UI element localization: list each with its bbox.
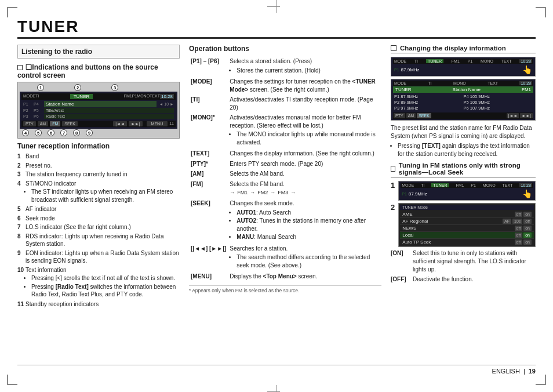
op-key-prevnext: [|◄◄] [►►|] [189, 244, 228, 272]
fm2-diag: FM2 [257, 189, 268, 196]
op-desc-seek: Changes the seek mode. AUTO1: Auto Searc… [228, 198, 381, 244]
fm-diagram: → FM1 → FM2 → FM3 → [230, 189, 380, 196]
page-number: 19 [529, 368, 536, 375]
op-desc-p1p6: Selects a stored station. (Press) Stores… [228, 56, 381, 77]
num-label-1: 1 [37, 84, 44, 91]
pty-btn: PTY [23, 121, 36, 126]
preset-row-2: P2 P5 Title/Artist [23, 108, 174, 113]
section1-title: Changing the display information [400, 45, 506, 52]
on-off-desc: [ON] Select this to tune in only to stat… [391, 249, 536, 284]
section-box: Listening to the radio [17, 45, 180, 59]
op-row-seek: [SEEK] Changes the seek mode. AUTO1: Aut… [189, 198, 381, 244]
on-item: [ON] Select this to tune in only to stat… [391, 249, 536, 274]
op-row-menu: [MENU] Displays the <Top Menu> screen. [189, 271, 381, 282]
step2-row: 2 TUNER Mode AME off on [391, 203, 536, 247]
corner-mark-br [536, 375, 546, 385]
num-label-2: 2 [74, 84, 81, 91]
corner-mark-tl [7, 7, 17, 17]
right-device1-screen: MODE TI TUNER FM1 P1 MONO TEXT 10:28 P1 … [391, 57, 536, 77]
corner-mark-bl [7, 375, 17, 385]
section2-header: Tuning in FM stations only with strong s… [391, 162, 536, 177]
footnote: * Appears only when FM is selected as th… [189, 285, 381, 293]
num-label-8: 8 [73, 129, 80, 136]
step1-num: 1 [391, 181, 395, 190]
am-btn: AM [38, 121, 49, 126]
op-key-menu: [MENU] [189, 271, 228, 282]
fm-btn: FM [50, 121, 60, 126]
reception-item-4: 4 ST/MONO indicator The ST indicator lig… [17, 180, 180, 205]
on-key: [ON] [391, 249, 413, 274]
step2-num: 2 [391, 203, 395, 212]
fm3-diag: FM3 [278, 189, 288, 196]
op-title: Operation buttons [189, 45, 381, 53]
ame-toggle: off on [515, 212, 532, 217]
op-desc-am: Selects the AM band. [228, 169, 381, 179]
arrow-num: ◄ 10 ► [159, 102, 174, 106]
op-key-am: [AM] [189, 169, 228, 179]
fm1-label: FM1 [124, 94, 132, 99]
crosshair-bottom [273, 385, 280, 392]
num-label-3: 3 [111, 84, 118, 91]
middle-column: Operation buttons [P1] – [P6] Selects a … [189, 45, 381, 361]
op-key-mono: [MONO]* [189, 112, 228, 148]
auto-tp-toggle: off on [515, 239, 532, 245]
left-column: Listening to the radio ❑Indications and … [17, 45, 180, 361]
s1-modebar: MODE TI TUNER FM1 P1 MONO TEXT 10:28 [401, 183, 533, 188]
s1-freq-row: P1 87.9MHz 👆 [401, 188, 533, 199]
bottom-num-row: 4 5 6 7 8 9 [20, 129, 177, 136]
footer-separator: | [523, 368, 525, 375]
p6-btn: P6 [34, 114, 42, 118]
page-title: TUNER [17, 17, 536, 39]
tmd-auto-tp: Auto TP Seek off on [400, 239, 534, 245]
op-desc-ti: Activates/deactivates TI standby recepti… [228, 95, 381, 112]
num-label-4: 4 [22, 129, 29, 136]
subsection-title: ❑Indications and buttons on the source c… [17, 63, 180, 79]
checkbox-icon-3 [391, 166, 395, 172]
preset-row-3: P3 P6 Radio Text [23, 114, 174, 119]
rd1-modebar: MODE TI TUNER FM1 P1 MONO TEXT 10:28 [393, 59, 533, 64]
op-key-pty: [PTY]* [189, 159, 228, 169]
rd1-freq-row: P1 87.9MHz 👆 [393, 64, 533, 75]
op-desc-mode: Changes the settings for tuner reception… [228, 77, 381, 95]
reception-item-1: 1 Band [17, 153, 180, 161]
section-box-title: Listening to the radio [21, 48, 176, 56]
op-row-mono: [MONO]* Activates/deactivates monaural m… [189, 112, 381, 148]
title-artist-display: Title/Artist [44, 108, 174, 113]
time-label: 10:28 [160, 94, 174, 99]
rd2-bottom: PTY AM SEEK |◄◄ ►►| [393, 112, 533, 119]
news-toggle: off on [515, 226, 532, 231]
device-body: MODE TI TUNER FM1 P1 MONO TEXT 10:28 [20, 92, 177, 129]
num-label-6: 6 [48, 129, 54, 136]
op-key-ti: [TI] [189, 95, 228, 112]
reception-item-2: 2 Preset no. [17, 162, 180, 170]
top-num-row: 1 2 3 [20, 84, 177, 91]
off-key: [OFF] [391, 275, 413, 284]
num-label-7: 7 [60, 129, 67, 136]
mode-bar: MODE TI TUNER FM1 P1 MONO TEXT 10:28 [21, 93, 176, 100]
section2-title: Tuning in FM stations only with strong s… [399, 162, 536, 176]
mono-label: MONO [137, 94, 150, 99]
text-label-dev: TEXT [150, 94, 160, 99]
step2-device: TUNER Mode AME off on AF Regional [398, 203, 536, 247]
op-desc-mono: Activates/deactivates monaural mode for … [228, 112, 381, 148]
checkbox-icon-2 [391, 45, 396, 51]
op-key-mode: [MODE] [189, 77, 228, 95]
device-diagram: 1 2 3 MODE TI TUNER FM1 P1 MON [17, 82, 180, 139]
page-footer: ENGLISH | 19 [17, 365, 536, 375]
station-name-display: Station Name [44, 101, 157, 107]
rd2-modebar: MODE TI MONO TEXT 10:28 [393, 81, 533, 86]
footer-language: ENGLISH [492, 368, 520, 375]
num-label-9: 9 [86, 129, 93, 136]
reception-item-11: 11 Standby reception indicators [17, 300, 180, 308]
p3-btn: P3 [23, 114, 31, 118]
preset-section: P1 P4 Station Name ◄ 10 ► P2 P5 Title/Ar… [21, 100, 176, 119]
op-row-text: [TEXT] Changes the display information. … [189, 148, 381, 159]
right-column: Changing the display information MODE TI… [391, 45, 536, 361]
mode-label: MODE [23, 94, 35, 99]
off-val: Deactivate the function. [413, 275, 474, 284]
reception-item-8: 8 RDS indicator: Lights up when receivin… [17, 233, 180, 248]
op-row-pty: [PTY]* Enters PTY search mode. (Page 20) [189, 159, 381, 169]
op-row-fm: [FM] Selects the FM band. → FM1 → FM2 → … [189, 179, 381, 199]
reception-item-6: 6 Seek mode [17, 215, 180, 223]
rd2-tuner-bar: TUNER Station Name FM1 [393, 86, 533, 93]
